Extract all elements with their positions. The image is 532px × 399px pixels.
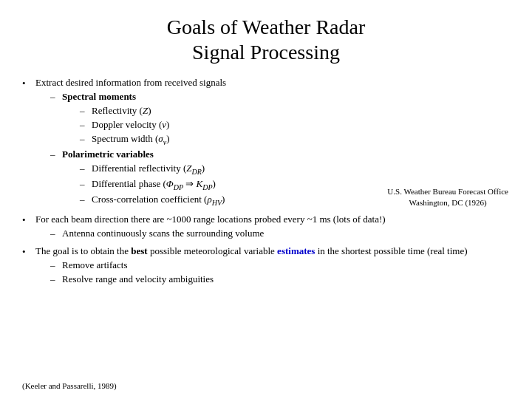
- weather-bureau-note: U.S. Weather Bureau Forecast Office Wash…: [387, 186, 508, 209]
- cross-corr-text: Cross-correlation coefficient (ρHV): [92, 193, 225, 208]
- polarimetric-label: Polarimetric variables: [62, 148, 154, 162]
- diff-reflectivity-item: – Differential reflectivity (ZDR): [80, 162, 510, 177]
- bullet-2-content: For each beam direction there are ~1000 …: [35, 213, 510, 241]
- bullet-3-content: The goal is to obtain the best possible …: [35, 245, 510, 287]
- resolve-ambiguities-text: Resolve range and velocity ambiguities: [62, 273, 214, 287]
- resolve-ambiguities-item: – Resolve range and velocity ambiguities: [50, 273, 510, 287]
- dash: –: [80, 162, 92, 176]
- remove-artifacts-text: Remove artifacts: [62, 259, 127, 273]
- bullet-2: • For each beam direction there are ~100…: [22, 213, 510, 241]
- spectral-moments-header: – Spectral moments: [50, 90, 510, 104]
- diff-phase-text: Differential phase (ΦDP ⇒ KDP): [92, 177, 216, 193]
- goal-text-estimates: estimates: [277, 245, 315, 256]
- antenna-item: – Antenna continuously scans the surroun…: [50, 227, 510, 241]
- doppler-velocity-item: – Doppler velocity (v): [80, 118, 510, 132]
- spectral-moments-label: Spectral moments: [62, 90, 136, 104]
- goal-text-after: in the shortest possible time (real time…: [315, 245, 467, 256]
- dash: –: [50, 90, 62, 104]
- title-line2: Signal Processing: [22, 40, 510, 65]
- remove-artifacts-item: – Remove artifacts: [50, 259, 510, 273]
- dash: –: [80, 177, 92, 191]
- dash: –: [80, 118, 92, 132]
- dash: –: [50, 273, 62, 287]
- title-line1: Goals of Weather Radar: [22, 15, 510, 40]
- bullet-dot-3: •: [22, 245, 35, 259]
- weather-bureau-line2: Washington, DC (1926): [387, 197, 508, 208]
- bullet-dot-2: •: [22, 213, 35, 228]
- dash: –: [80, 193, 92, 207]
- bullet-1-text: Extract desired information from receive…: [35, 76, 510, 90]
- goal-text-middle: possible meteorological variable: [148, 245, 277, 256]
- spectral-moments-items: – Reflectivity (Z) – Doppler velocity (v…: [80, 104, 510, 148]
- bullet-dot-1: •: [22, 76, 35, 91]
- spectrum-width-item: – Spectrum width (σv): [80, 132, 510, 148]
- doppler-velocity-text: Doppler velocity (v): [92, 118, 169, 132]
- reflectivity-item: – Reflectivity (Z): [80, 104, 510, 118]
- dash: –: [80, 132, 92, 146]
- dash: –: [50, 259, 62, 273]
- reflectivity-text: Reflectivity (Z): [92, 104, 151, 118]
- footer-citation: (Keeler and Passarelli, 1989): [22, 381, 117, 390]
- bullet-2-text: For each beam direction there are ~1000 …: [35, 213, 510, 227]
- polarimetric-header: – Polarimetric variables: [50, 148, 510, 162]
- page: Goals of Weather Radar Signal Processing…: [0, 0, 532, 399]
- spectral-moments-section: – Spectral moments – Reflectivity (Z) – …: [50, 90, 510, 148]
- page-title: Goals of Weather Radar Signal Processing: [22, 15, 510, 64]
- spectrum-width-text: Spectrum width (σv): [92, 132, 169, 148]
- dash: –: [80, 104, 92, 118]
- goal-text-best: best: [131, 245, 147, 256]
- antenna-text: Antenna continuously scans the surroundi…: [62, 227, 264, 241]
- dash: –: [50, 148, 62, 162]
- goal-text-before: The goal is to obtain the: [35, 245, 131, 256]
- diff-reflectivity-text: Differential reflectivity (ZDR): [92, 162, 205, 177]
- goal-items: – Remove artifacts – Resolve range and v…: [50, 259, 510, 287]
- content-area: • Extract desired information from recei…: [22, 76, 510, 287]
- bullet-3: • The goal is to obtain the best possibl…: [22, 245, 510, 287]
- bullet-3-text: The goal is to obtain the best possible …: [35, 245, 510, 259]
- weather-bureau-line1: U.S. Weather Bureau Forecast Office: [387, 186, 508, 197]
- antenna-section: – Antenna continuously scans the surroun…: [50, 227, 510, 241]
- dash: –: [50, 227, 62, 241]
